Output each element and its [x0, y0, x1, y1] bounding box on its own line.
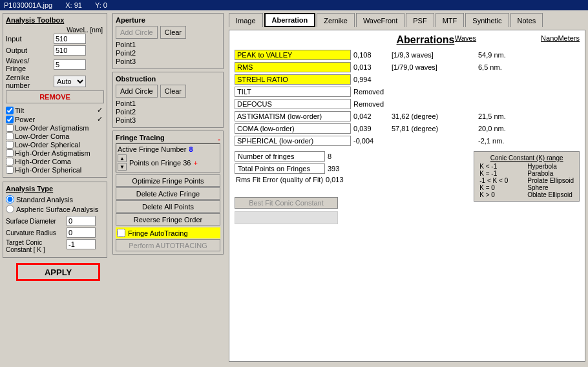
- aber-label-3: TILT: [235, 87, 351, 97]
- tilt-checkbox[interactable]: [6, 107, 14, 114]
- tab-aberration[interactable]: Aberration: [264, 13, 316, 27]
- points-on-fringe-label: Points on Fringe 36: [129, 159, 191, 167]
- tabs-row: Image Aberration Zernike WaveFront PSF M…: [229, 13, 585, 27]
- aber-wave-0: [1/9,3 waves]: [392, 51, 476, 59]
- high-astig-checkbox[interactable]: [6, 149, 14, 157]
- delete-active-btn[interactable]: Delete Active Fringe: [116, 187, 220, 200]
- high-coma-checkbox[interactable]: [6, 158, 14, 165]
- autotracing-checkbox[interactable]: [117, 229, 125, 237]
- remove-button[interactable]: REMOVE: [6, 90, 104, 103]
- zernike-label: Zernike number: [6, 74, 51, 89]
- fringe-inner: Active Fringe Number 8 ▲ ▼ Points on Fri…: [116, 143, 220, 173]
- aber-row-7: SPHERICAL (low-order)-0,004-2,1 nm.: [235, 136, 580, 146]
- delete-all-btn[interactable]: Delete All Points: [116, 200, 220, 213]
- high-coma-label: High-Order Coma: [15, 158, 71, 165]
- aber-row-6: COMA (low-order)0,03957,81 (degree)20,0 …: [235, 123, 580, 134]
- apply-button[interactable]: APPLY: [16, 263, 100, 281]
- optimize-btn[interactable]: Optimize Fringe Points: [116, 174, 220, 187]
- curvature-field[interactable]: [67, 227, 96, 238]
- surface-diam-label: Surface Diameter: [6, 218, 64, 225]
- aber-wave-6: 57,81 (degree): [392, 125, 476, 132]
- conic-row-4: K > 0Oblate Ellipsoid: [479, 191, 574, 198]
- active-fringe-val: 8: [189, 145, 193, 153]
- aspheric-radio[interactable]: [6, 205, 14, 213]
- tab-zernike[interactable]: Zernike: [317, 13, 355, 27]
- autotracing-label: Fringe AutoTracing: [128, 229, 188, 237]
- conic-cond-3: K = 0: [479, 184, 525, 191]
- total-points-label: Total Points on Fringes: [235, 163, 325, 174]
- tab-notes[interactable]: Notes: [510, 13, 543, 27]
- info-section: Number of fringes 8 Total Points on Frin…: [235, 151, 580, 224]
- low-coma-checkbox[interactable]: [6, 132, 14, 140]
- obstruction-point3: Point3: [116, 116, 220, 124]
- tab-mtf[interactable]: MTF: [436, 13, 465, 27]
- tab-psf[interactable]: PSF: [406, 13, 434, 27]
- analysis-toolbox: Analysis Toolbox WaveL. [nm] Input Outpu…: [3, 13, 107, 178]
- aber-wave-1: [1/79,0 waves]: [392, 63, 476, 71]
- conic-cond-2: -1 < K < 0: [479, 177, 525, 184]
- output-label: Output: [6, 47, 51, 54]
- power-checkbox[interactable]: [6, 116, 14, 123]
- perform-autotracing-btn: Perform AUTOTRACING: [116, 239, 220, 251]
- target-conic-field[interactable]: [67, 239, 96, 249]
- conic-desc-4: Oblate Ellipsoid: [527, 191, 572, 198]
- add-circle-btn[interactable]: Add Circle: [116, 26, 158, 39]
- high-spher-label: High-Order Spherical: [15, 166, 81, 174]
- low-astig-checkbox[interactable]: [6, 124, 14, 132]
- aber-nm-6: 20,0 nm.: [478, 125, 517, 132]
- tab-image[interactable]: Image: [229, 13, 263, 27]
- conic-row-3: K = 0Sphere: [479, 184, 574, 191]
- zernike-select[interactable]: Auto: [54, 76, 86, 87]
- fringe-title: Fringe Tracing: [116, 134, 165, 142]
- reverse-btn[interactable]: Reverse Fringe Order: [116, 213, 220, 225]
- conic-row-2: -1 < K < 0Prolate Ellipsoid: [479, 177, 574, 184]
- conic-rows: K < -1HyperbolaK = -1Parabola-1 < K < 0P…: [479, 163, 574, 198]
- aber-val-6: 0,039: [353, 125, 389, 132]
- aperture-point1: Point1: [116, 41, 220, 48]
- output-field[interactable]: [54, 45, 86, 56]
- clear-btn1[interactable]: Clear: [160, 26, 186, 39]
- input-field[interactable]: [54, 34, 86, 44]
- obstruction-point2: Point2: [116, 108, 220, 116]
- standard-label: Standard Analysis: [16, 196, 73, 204]
- aspheric-label: Aspheric Surface Analysis: [16, 205, 98, 213]
- fringe-minus-btn[interactable]: -: [218, 135, 220, 143]
- total-points-val: 393: [328, 165, 339, 173]
- fringe-scroll-up[interactable]: ▲: [118, 154, 127, 162]
- aperture-box: Aperture Add Circle Clear Point1 Point2 …: [112, 13, 224, 69]
- tab-wavefront[interactable]: WaveFront: [356, 13, 404, 27]
- conic-row-0: K < -1Hyperbola: [479, 163, 574, 170]
- low-spher-checkbox[interactable]: [6, 141, 14, 149]
- aber-row-1: RMS0,013[1/79,0 waves]6,5 nm.: [235, 62, 580, 72]
- obstruction-title: Obstruction: [116, 75, 220, 83]
- conic-desc-3: Sphere: [527, 184, 548, 191]
- aber-row-4: DEFOCUSRemoved: [235, 99, 580, 109]
- surface-diam-field[interactable]: [67, 216, 96, 226]
- aber-row-3: TILTRemoved: [235, 87, 580, 97]
- aber-label-0: PEAK to VALLEY: [235, 50, 351, 60]
- aber-nm-7: -2,1 nm.: [478, 137, 517, 145]
- tab-synthetic[interactable]: Synthetic: [465, 13, 509, 27]
- aber-val-1: 0,013: [353, 63, 389, 71]
- standard-radio[interactable]: [6, 195, 14, 204]
- aber-nm-5: 21,5 nm.: [478, 112, 517, 120]
- left-panel: Analysis Toolbox WaveL. [nm] Input Outpu…: [0, 10, 110, 364]
- waves-field[interactable]: [54, 59, 86, 70]
- aber-label-2: STREHL RATIO: [235, 74, 351, 85]
- conic-cond-4: K > 0: [479, 191, 525, 198]
- low-spher-label: Low-Order Spherical: [15, 141, 80, 149]
- obstruction-point1: Point1: [116, 100, 220, 107]
- aber-label-5: ASTIGMATISM (low-order): [235, 111, 351, 121]
- conic-row-1: K = -1Parabola: [479, 170, 574, 177]
- aperture-point3: Point3: [116, 58, 220, 65]
- fringe-scroll-down[interactable]: ▼: [118, 163, 127, 171]
- right-panel: Image Aberration Zernike WaveFront PSF M…: [226, 10, 588, 364]
- power-label: Power: [15, 116, 35, 123]
- aber-label-7: SPHERICAL (low-order): [235, 136, 351, 146]
- clear-btn2[interactable]: Clear: [160, 85, 186, 98]
- high-spher-checkbox[interactable]: [6, 166, 14, 174]
- mid-panel: Aperture Add Circle Clear Point1 Point2 …: [110, 10, 226, 364]
- add-circle-btn2[interactable]: Add Circle: [116, 85, 158, 98]
- nm-col-header: NanoMeters: [541, 34, 580, 46]
- target-conic-label: Target Conic Constant [ K ]: [6, 239, 64, 253]
